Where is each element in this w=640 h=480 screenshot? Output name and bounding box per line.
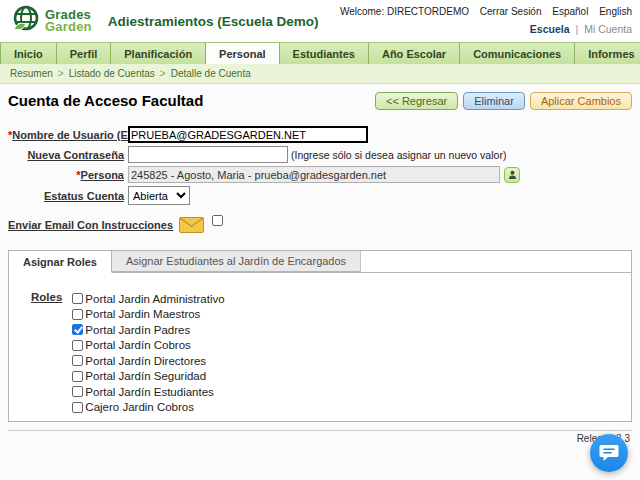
release-version: Release 3.3 xyxy=(8,431,632,444)
my-account-link[interactable]: Mi Cuenta xyxy=(584,23,632,35)
role-checkbox-maestros[interactable] xyxy=(72,309,83,320)
password-note: (Ingrese sólo si desea asignar un nuevo … xyxy=(291,149,506,161)
role-label[interactable]: Portal Jardin Administrativo xyxy=(85,293,224,305)
send-email-label[interactable]: Enviar Email Con Instrucciones xyxy=(8,219,173,231)
role-label[interactable]: Portal Jardín Cobros xyxy=(85,339,190,351)
roles-panel: Asignar Roles Asignar Estudiantes al Jar… xyxy=(8,250,632,422)
role-label[interactable]: Cajero Jardin Cobros xyxy=(85,401,194,413)
breadcrumb-listado-cuentas[interactable]: Listado de Cuentas xyxy=(69,68,155,79)
role-label[interactable]: Portal Jardín Estudiantes xyxy=(85,386,214,398)
new-password-label[interactable]: Nueva Contraseña xyxy=(27,149,124,161)
role-checkbox-administrativo[interactable] xyxy=(72,293,83,304)
breadcrumb-resumen[interactable]: Resumen xyxy=(10,68,53,79)
breadcrumb-separator: > xyxy=(160,68,166,79)
role-item-padres: Portal Jardín Padres xyxy=(72,322,224,338)
breadcrumb-separator: > xyxy=(58,68,64,79)
school-link[interactable]: Escuela xyxy=(530,23,570,35)
role-item-estudiantes: Portal Jardín Estudiantes xyxy=(72,384,224,400)
role-label[interactable]: Portal Jardín Directores xyxy=(85,355,206,367)
tab-filler xyxy=(361,251,631,272)
account-status-select[interactable]: Abierta xyxy=(128,186,190,205)
roles-label: Roles xyxy=(31,291,62,303)
person-icon xyxy=(508,170,517,179)
role-item-administrativo: Portal Jardin Administrativo xyxy=(72,291,224,307)
chat-icon xyxy=(599,444,619,462)
apply-changes-button[interactable]: Aplicar Cambios xyxy=(530,92,632,110)
logo-wordmark: Grades Garden xyxy=(45,9,92,33)
nav-tab-informes[interactable]: Informes xyxy=(575,43,640,64)
welcome-user-label: Welcome: DIRECTORDEMO xyxy=(340,6,469,17)
role-item-maestros: Portal Jardin Maestros xyxy=(72,307,224,323)
back-button[interactable]: << Regresar xyxy=(375,92,458,110)
lang-spanish-link[interactable]: Español xyxy=(552,6,588,17)
tab-asignar-roles[interactable]: Asignar Roles xyxy=(9,251,112,273)
role-item-seguridad: Portal Jardín Seguridad xyxy=(72,369,224,385)
new-password-input[interactable] xyxy=(128,146,288,163)
role-item-directores: Portal Jardín Directores xyxy=(72,353,224,369)
account-status-label[interactable]: Estatus Cuenta xyxy=(44,190,124,202)
grades-garden-logo[interactable]: Grades Garden xyxy=(10,3,92,39)
account-form: *Nombre de Usuario (Email) Nueva Contras… xyxy=(8,126,632,234)
page-footer: Release 3.3 xyxy=(8,430,632,444)
role-checkbox-estudiantes[interactable] xyxy=(72,386,83,397)
page-title: Cuenta de Acceso Facultad xyxy=(8,92,203,109)
role-checkbox-directores[interactable] xyxy=(72,355,83,366)
person-label[interactable]: Persona xyxy=(81,169,124,181)
nav-tab-inicio[interactable]: Inicio xyxy=(0,43,57,64)
header-separator: | xyxy=(575,23,578,35)
main-content: Cuenta de Acceso Facultad << Regresar El… xyxy=(0,84,640,422)
nav-tab-estudiantes[interactable]: Estudiantes xyxy=(280,43,369,64)
nav-tab-perfil[interactable]: Perfil xyxy=(57,43,112,64)
envelope-icon[interactable] xyxy=(179,217,204,233)
role-checkbox-cobros[interactable] xyxy=(72,340,83,351)
role-checkbox-cajero[interactable] xyxy=(72,402,83,413)
person-field xyxy=(128,166,500,183)
breadcrumb-detalle-cuenta: Detalle de Cuenta xyxy=(171,68,251,79)
lang-english-link[interactable]: English xyxy=(599,6,632,17)
role-item-cobros: Portal Jardín Cobros xyxy=(72,338,224,354)
role-checkbox-seguridad[interactable] xyxy=(72,371,83,382)
nav-tab-personal[interactable]: Personal xyxy=(206,43,279,64)
role-item-cajero: Cajero Jardin Cobros xyxy=(72,400,224,416)
breadcrumb: Resumen > Listado de Cuentas > Detalle d… xyxy=(0,64,640,84)
delete-button[interactable]: Eliminar xyxy=(463,92,525,110)
send-email-checkbox[interactable] xyxy=(212,215,223,226)
main-nav: Inicio Perfil Planificación Personal Est… xyxy=(0,42,640,64)
roles-list: Portal Jardin Administrativo Portal Jard… xyxy=(72,291,224,415)
logout-link[interactable]: Cerrar Sesión xyxy=(480,6,542,17)
username-input[interactable] xyxy=(128,126,368,143)
nav-tab-ano-escolar[interactable]: Año Escolar xyxy=(369,43,460,64)
role-checkbox-padres[interactable] xyxy=(72,324,83,335)
nav-tab-comunicaciones[interactable]: Comunicaciones xyxy=(460,43,575,64)
role-label[interactable]: Portal Jardin Maestros xyxy=(85,308,200,320)
nav-tab-planificacion[interactable]: Planificación xyxy=(111,43,206,64)
role-label[interactable]: Portal Jardín Padres xyxy=(85,324,190,336)
school-title: Adiestramientos (Escuela Demo) xyxy=(108,14,319,29)
tab-asignar-estudiantes[interactable]: Asignar Estudiantes al Jardín de Encarga… xyxy=(112,251,361,272)
role-label[interactable]: Portal Jardín Seguridad xyxy=(85,370,206,382)
person-lookup-button[interactable] xyxy=(504,167,520,183)
chat-launcher-button[interactable] xyxy=(590,434,628,472)
app-header: Grades Garden Adiestramientos (Escuela D… xyxy=(0,0,640,42)
globe-leaf-icon xyxy=(10,3,42,39)
